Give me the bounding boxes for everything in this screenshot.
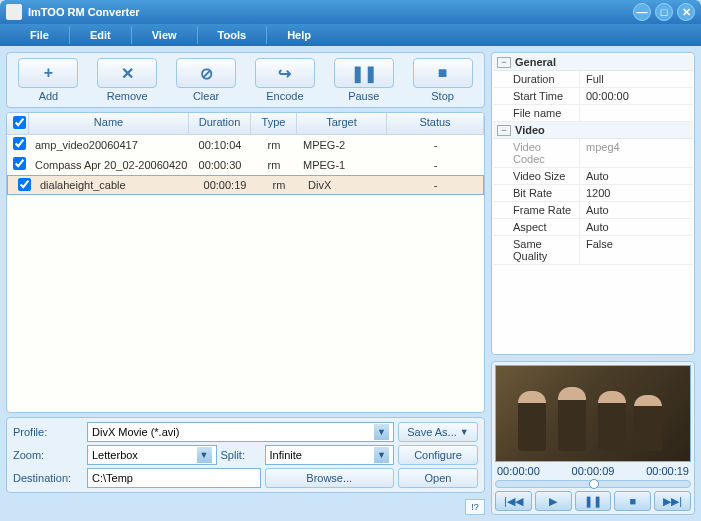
header-check[interactable] bbox=[7, 113, 29, 134]
split-select[interactable]: Infinite▼ bbox=[265, 445, 395, 465]
cell-status: - bbox=[387, 157, 484, 173]
configure-button[interactable]: Configure bbox=[398, 445, 478, 465]
property-group-header[interactable]: −General bbox=[493, 54, 693, 71]
pause-button[interactable]: ❚❚Pause bbox=[327, 58, 400, 102]
add-button[interactable]: +Add bbox=[12, 58, 85, 102]
property-value[interactable]: mpeg4 bbox=[579, 139, 693, 167]
seek-thumb[interactable] bbox=[589, 479, 599, 489]
play-button[interactable]: ▶ bbox=[535, 491, 572, 511]
zoom-select[interactable]: Letterbox▼ bbox=[87, 445, 217, 465]
menu-tools[interactable]: Tools bbox=[198, 26, 268, 44]
properties-panel[interactable]: −GeneralDurationFullStart Time00:00:00Fi… bbox=[491, 52, 695, 355]
header-target[interactable]: Target bbox=[297, 113, 387, 134]
table-row[interactable]: Compass Apr 20_02-2006042000:00:30rmMPEG… bbox=[7, 155, 484, 175]
property-key: Same Quality bbox=[493, 236, 579, 264]
cell-type: rm bbox=[251, 157, 297, 173]
row-checkbox[interactable] bbox=[13, 137, 26, 150]
split-label: Split: bbox=[221, 449, 261, 461]
main-toolbar: +Add ✕Remove ⊘Clear ↪Encode ❚❚Pause ■Sto… bbox=[6, 52, 485, 108]
cell-target: DivX bbox=[302, 177, 392, 193]
cell-type: rm bbox=[251, 137, 297, 153]
property-key: Bit Rate bbox=[493, 185, 579, 201]
property-value[interactable]: Auto bbox=[579, 168, 693, 184]
group-name: General bbox=[515, 54, 556, 70]
property-group-header[interactable]: −Video bbox=[493, 122, 693, 139]
header-type[interactable]: Type bbox=[251, 113, 297, 134]
row-checkbox[interactable] bbox=[13, 157, 26, 170]
pause-icon: ❚❚ bbox=[334, 58, 394, 88]
header-status[interactable]: Status bbox=[387, 113, 484, 134]
save-as-button[interactable]: Save As... ▼ bbox=[398, 422, 478, 442]
preview-screen[interactable] bbox=[495, 365, 691, 462]
property-row[interactable]: File name bbox=[493, 105, 693, 122]
file-list-body[interactable]: amp_video2006041700:10:04rmMPEG-2-Compas… bbox=[7, 135, 484, 412]
stop-icon: ■ bbox=[413, 58, 473, 88]
menu-edit[interactable]: Edit bbox=[70, 26, 132, 44]
property-row[interactable]: Bit Rate1200 bbox=[493, 185, 693, 202]
property-key: Video Codec bbox=[493, 139, 579, 167]
menu-view[interactable]: View bbox=[132, 26, 198, 44]
menu-help[interactable]: Help bbox=[267, 26, 331, 44]
open-button[interactable]: Open bbox=[398, 468, 478, 488]
cell-status: - bbox=[392, 177, 479, 193]
preview-figure bbox=[518, 391, 546, 451]
table-row[interactable]: amp_video2006041700:10:04rmMPEG-2- bbox=[7, 135, 484, 155]
property-value[interactable]: Auto bbox=[579, 202, 693, 218]
collapse-icon[interactable]: − bbox=[497, 125, 511, 136]
property-value[interactable]: 00:00:00 bbox=[579, 88, 693, 104]
zoom-label: Zoom: bbox=[13, 449, 83, 461]
property-row[interactable]: Same QualityFalse bbox=[493, 236, 693, 265]
property-value[interactable]: Full bbox=[579, 71, 693, 87]
cell-name: amp_video20060417 bbox=[29, 137, 189, 153]
property-value[interactable]: Auto bbox=[579, 219, 693, 235]
profile-select[interactable]: DivX Movie (*.avi)▼ bbox=[87, 422, 394, 442]
encode-button[interactable]: ↪Encode bbox=[248, 58, 321, 102]
next-button[interactable]: ▶▶| bbox=[654, 491, 691, 511]
table-row[interactable]: dialaheight_cable00:00:19rmDivX- bbox=[7, 175, 484, 195]
stop-preview-button[interactable]: ■ bbox=[614, 491, 651, 511]
property-row[interactable]: Video Codecmpeg4 bbox=[493, 139, 693, 168]
browse-button[interactable]: Browse... bbox=[265, 468, 395, 488]
minimize-button[interactable]: — bbox=[633, 3, 651, 21]
property-value[interactable]: 1200 bbox=[579, 185, 693, 201]
menu-file[interactable]: File bbox=[10, 26, 70, 44]
property-row[interactable]: Video SizeAuto bbox=[493, 168, 693, 185]
header-name[interactable]: Name bbox=[29, 113, 189, 134]
property-key: Duration bbox=[493, 71, 579, 87]
preview-controls: |◀◀ ▶ ❚❚ ■ ▶▶| bbox=[495, 491, 691, 511]
property-row[interactable]: DurationFull bbox=[493, 71, 693, 88]
cell-duration: 00:00:19 bbox=[194, 177, 256, 193]
close-button[interactable]: ✕ bbox=[677, 3, 695, 21]
seek-slider[interactable] bbox=[495, 480, 691, 488]
file-list-header: Name Duration Type Target Status bbox=[7, 113, 484, 135]
cell-target: MPEG-2 bbox=[297, 137, 387, 153]
property-value[interactable]: False bbox=[579, 236, 693, 264]
hint-button[interactable]: !? bbox=[465, 499, 485, 515]
property-row[interactable]: Frame RateAuto bbox=[493, 202, 693, 219]
property-value[interactable] bbox=[579, 105, 693, 121]
chevron-down-icon: ▼ bbox=[197, 447, 212, 463]
prev-button[interactable]: |◀◀ bbox=[495, 491, 532, 511]
cell-status: - bbox=[387, 137, 484, 153]
property-key: File name bbox=[493, 105, 579, 121]
preview-timebar: 00:00:00 00:00:09 00:00:19 bbox=[495, 465, 691, 477]
pause-preview-button[interactable]: ❚❚ bbox=[575, 491, 612, 511]
clear-button[interactable]: ⊘Clear bbox=[170, 58, 243, 102]
cell-name: dialaheight_cable bbox=[34, 177, 194, 193]
row-checkbox[interactable] bbox=[18, 178, 31, 191]
select-all-checkbox[interactable] bbox=[13, 116, 26, 129]
profile-label: Profile: bbox=[13, 426, 83, 438]
x-icon: ✕ bbox=[97, 58, 157, 88]
preview-figure bbox=[634, 395, 662, 451]
collapse-icon[interactable]: − bbox=[497, 57, 511, 68]
property-row[interactable]: Start Time00:00:00 bbox=[493, 88, 693, 105]
preview-panel: 00:00:00 00:00:09 00:00:19 |◀◀ ▶ ❚❚ ■ ▶▶… bbox=[491, 361, 695, 515]
stop-button[interactable]: ■Stop bbox=[406, 58, 479, 102]
maximize-button[interactable]: □ bbox=[655, 3, 673, 21]
property-key: Frame Rate bbox=[493, 202, 579, 218]
property-row[interactable]: AspectAuto bbox=[493, 219, 693, 236]
header-duration[interactable]: Duration bbox=[189, 113, 251, 134]
remove-button[interactable]: ✕Remove bbox=[91, 58, 164, 102]
destination-input[interactable]: C:\Temp bbox=[87, 468, 261, 488]
preview-figure bbox=[598, 391, 626, 451]
